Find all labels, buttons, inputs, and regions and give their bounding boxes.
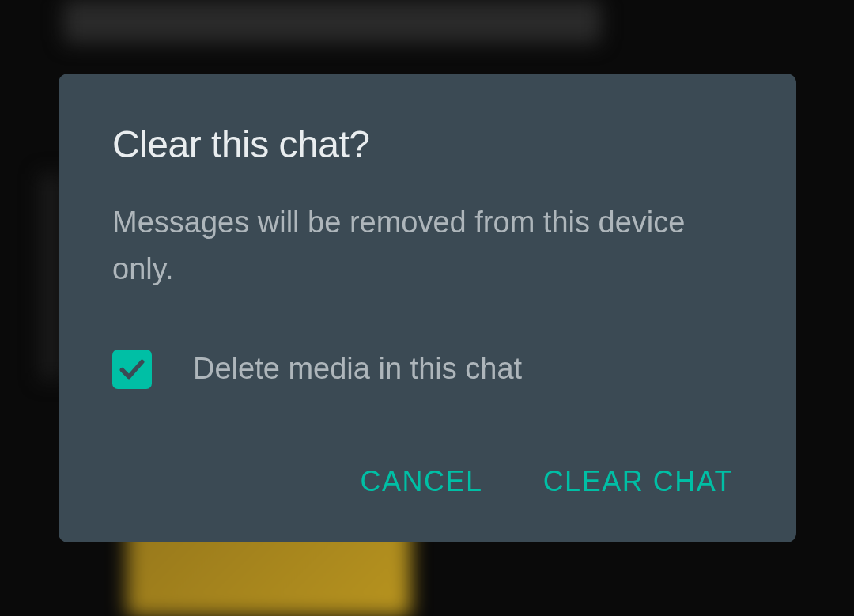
cancel-button[interactable]: CANCEL	[357, 459, 486, 505]
delete-media-checkbox[interactable]	[112, 350, 152, 389]
checkmark-icon	[117, 354, 147, 384]
dialog-title: Clear this chat?	[112, 123, 743, 166]
bg-blur-shape	[63, 0, 601, 43]
clear-chat-dialog: Clear this chat? Messages will be remove…	[59, 74, 796, 542]
dialog-message: Messages will be removed from this devic…	[112, 199, 743, 293]
delete-media-label: Delete media in this chat	[193, 352, 522, 386]
dialog-button-row: CANCEL CLEAR CHAT	[112, 459, 743, 505]
delete-media-checkbox-row[interactable]: Delete media in this chat	[112, 350, 743, 389]
clear-chat-button[interactable]: CLEAR CHAT	[540, 459, 736, 505]
